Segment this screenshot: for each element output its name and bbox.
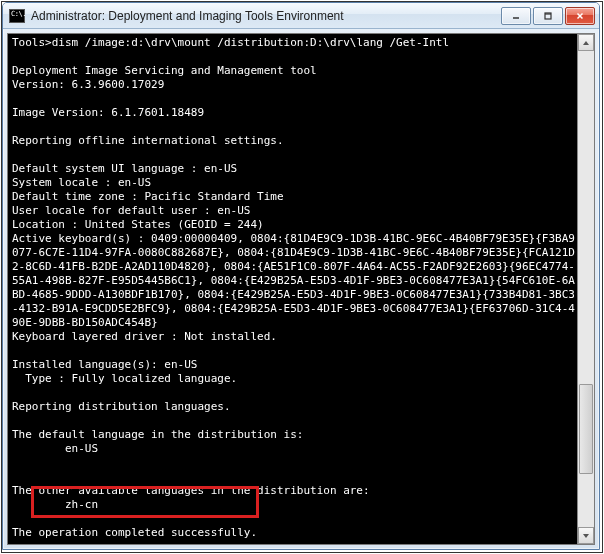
window-title: Administrator: Deployment and Imaging To… bbox=[31, 9, 499, 23]
output-line: Type : Fully localized language. bbox=[12, 372, 237, 385]
output-line: Default system UI language : en-US bbox=[12, 162, 237, 175]
output-line: Deployment Image Servicing and Managemen… bbox=[12, 64, 317, 77]
scroll-up-button[interactable] bbox=[578, 34, 594, 51]
window-controls bbox=[499, 7, 595, 25]
vertical-scrollbar[interactable] bbox=[577, 34, 594, 544]
output-line: The other available languages in the dis… bbox=[12, 484, 370, 497]
svg-marker-6 bbox=[583, 534, 589, 538]
prompt: Tools> bbox=[12, 36, 52, 49]
svg-marker-5 bbox=[583, 41, 589, 45]
console-output[interactable]: Tools>dism /image:d:\drv\mount /distribu… bbox=[8, 34, 577, 544]
command-text: dism /image:d:\drv\mount /distribution:D… bbox=[52, 36, 449, 49]
output-line: User locale for default user : en-US bbox=[12, 204, 250, 217]
scroll-down-button[interactable] bbox=[578, 527, 594, 544]
output-line: Installed language(s): en-US bbox=[12, 358, 197, 371]
output-line: Default time zone : Pacific Standard Tim… bbox=[12, 190, 284, 203]
output-line: zh-cn bbox=[12, 498, 98, 511]
titlebar[interactable]: C:\. Administrator: Deployment and Imagi… bbox=[3, 3, 599, 29]
output-line: System locale : en-US bbox=[12, 176, 151, 189]
output-line: Active keyboard(s) : 0409:00000409, 0804… bbox=[12, 232, 575, 329]
minimize-button[interactable] bbox=[501, 7, 531, 25]
scroll-track[interactable] bbox=[578, 51, 594, 527]
output-line: Image Version: 6.1.7601.18489 bbox=[12, 106, 204, 119]
maximize-button[interactable] bbox=[533, 7, 563, 25]
output-line: Reporting offline international settings… bbox=[12, 134, 284, 147]
output-line: The operation completed successfully. bbox=[12, 526, 257, 539]
output-line: Location : United States (GEOID = 244) bbox=[12, 218, 264, 231]
client-area: Tools>dism /image:d:\drv\mount /distribu… bbox=[7, 33, 595, 545]
output-line: en-US bbox=[12, 442, 98, 455]
output-line: Version: 6.3.9600.17029 bbox=[12, 78, 164, 91]
output-line: The default language in the distribution… bbox=[12, 428, 303, 441]
close-button[interactable] bbox=[565, 7, 595, 25]
cmd-icon: C:\. bbox=[9, 9, 25, 23]
output-line: Keyboard layered driver : Not installed. bbox=[12, 330, 277, 343]
app-window: C:\. Administrator: Deployment and Imagi… bbox=[2, 2, 600, 550]
scroll-thumb[interactable] bbox=[579, 384, 593, 474]
output-line: Reporting distribution languages. bbox=[12, 400, 231, 413]
